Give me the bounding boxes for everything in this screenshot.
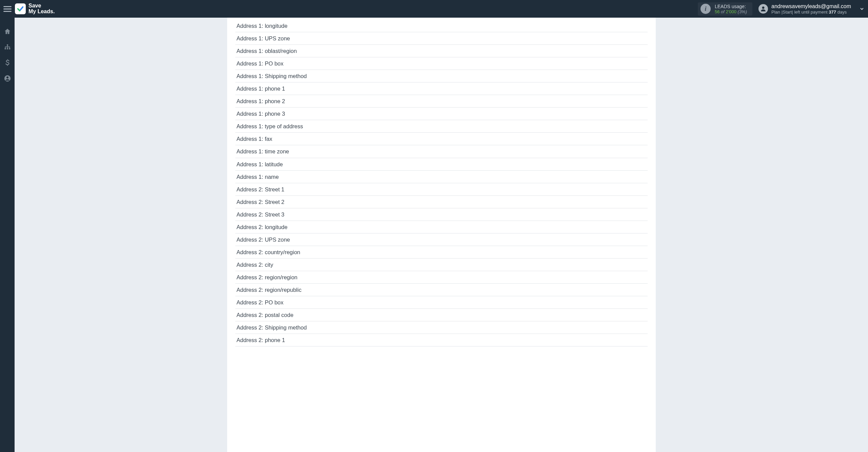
- integrations-icon[interactable]: [4, 43, 11, 51]
- field-option[interactable]: Address 1: time zone: [235, 145, 648, 158]
- leads-percent: (3%): [738, 9, 747, 14]
- svg-point-6: [6, 76, 8, 78]
- leads-usage-box[interactable]: i LEADS usage: 56 of 2'000 (3%): [698, 2, 752, 16]
- user-email: andrewsavemyleads@gmail.com: [771, 3, 851, 10]
- plan-days-number: 377: [829, 10, 836, 15]
- field-option[interactable]: Address 2: city: [235, 259, 648, 271]
- chevron-down-icon[interactable]: [859, 6, 865, 12]
- field-option[interactable]: Address 2: PO box: [235, 296, 648, 309]
- page-body: Address 1: longitudeAddress 1: UPS zoneA…: [15, 18, 868, 452]
- svg-rect-1: [7, 44, 8, 46]
- field-option[interactable]: Address 2: postal code: [235, 309, 648, 321]
- app-logo[interactable]: [15, 3, 26, 14]
- menu-toggle[interactable]: [3, 5, 12, 13]
- field-option[interactable]: Address 1: fax: [235, 133, 648, 145]
- leads-total: 2'000: [726, 9, 736, 14]
- field-option[interactable]: Address 1: type of address: [235, 120, 648, 133]
- user-text: andrewsavemyleads@gmail.com Plan |Start|…: [771, 3, 851, 15]
- billing-icon[interactable]: [4, 59, 11, 67]
- leads-of-word: of: [721, 9, 725, 14]
- app-name-line1: Save: [28, 3, 55, 9]
- avatar-icon: [758, 4, 768, 14]
- field-option[interactable]: Address 1: phone 1: [235, 82, 648, 95]
- field-option[interactable]: Address 1: latitude: [235, 158, 648, 171]
- field-option[interactable]: Address 1: name: [235, 171, 648, 183]
- svg-rect-3: [7, 48, 8, 50]
- leads-usage-label: LEADS usage:: [715, 4, 747, 9]
- plan-days-word: days: [837, 10, 847, 15]
- field-option[interactable]: Address 2: Street 2: [235, 196, 648, 208]
- checkmark-icon: [17, 5, 24, 13]
- field-option[interactable]: Address 2: country/region: [235, 246, 648, 259]
- field-list: Address 1: longitudeAddress 1: UPS zoneA…: [227, 18, 656, 346]
- field-option[interactable]: Address 1: phone 3: [235, 108, 648, 120]
- field-option[interactable]: Address 1: longitude: [235, 18, 648, 32]
- info-icon: i: [701, 4, 711, 14]
- account-icon[interactable]: [4, 75, 11, 82]
- leads-usage-text: LEADS usage: 56 of 2'000 (3%): [715, 4, 747, 14]
- home-icon[interactable]: [4, 28, 11, 35]
- leads-used: 56: [715, 9, 719, 14]
- svg-rect-2: [4, 48, 6, 50]
- field-option[interactable]: Address 1: Shipping method: [235, 70, 648, 82]
- field-option[interactable]: Address 2: Shipping method: [235, 321, 648, 334]
- svg-point-0: [762, 6, 765, 9]
- plan-prefix: Plan |Start| left until payment: [771, 10, 828, 15]
- field-option[interactable]: Address 1: UPS zone: [235, 32, 648, 45]
- sidebar: [0, 18, 15, 452]
- field-option[interactable]: Address 2: Street 3: [235, 208, 648, 221]
- topbar: Save My Leads. i LEADS usage: 56 of 2'00…: [0, 0, 868, 18]
- field-list-card: Address 1: longitudeAddress 1: UPS zoneA…: [227, 18, 656, 452]
- field-option[interactable]: Address 2: Street 1: [235, 183, 648, 196]
- user-menu[interactable]: andrewsavemyleads@gmail.com Plan |Start|…: [758, 3, 865, 15]
- svg-rect-4: [9, 48, 10, 50]
- field-option[interactable]: Address 1: oblast/region: [235, 45, 648, 57]
- field-option[interactable]: Address 1: PO box: [235, 57, 648, 70]
- field-option[interactable]: Address 1: phone 2: [235, 95, 648, 108]
- field-option[interactable]: Address 2: phone 1: [235, 334, 648, 346]
- app-name-line2: My Leads.: [28, 9, 55, 15]
- field-option[interactable]: Address 2: longitude: [235, 221, 648, 233]
- field-option[interactable]: Address 2: UPS zone: [235, 233, 648, 246]
- app-name[interactable]: Save My Leads.: [28, 3, 55, 15]
- field-option[interactable]: Address 2: region/region: [235, 271, 648, 284]
- field-option[interactable]: Address 2: region/republic: [235, 284, 648, 296]
